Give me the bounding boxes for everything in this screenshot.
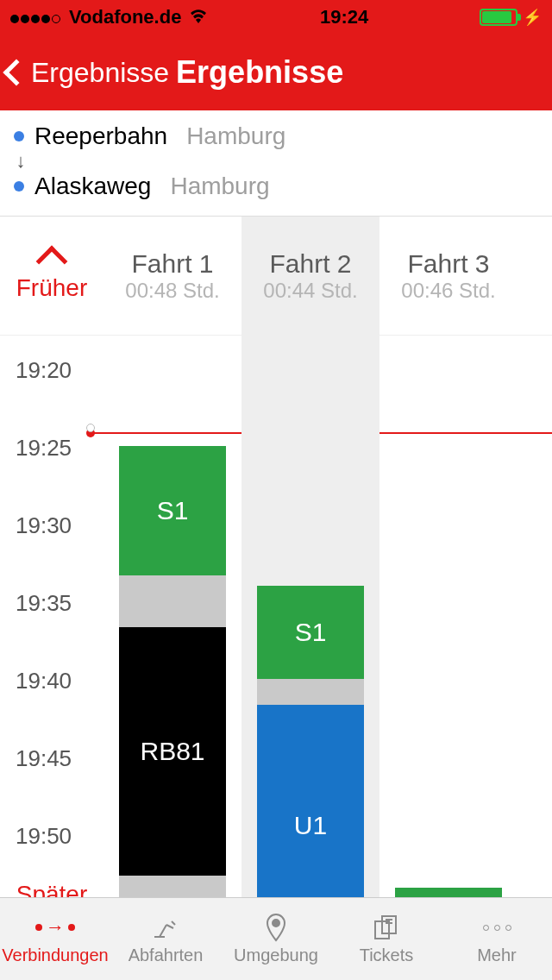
tab-connections[interactable]: → Verbindungen — [0, 898, 110, 980]
route-arrow-icon: ↓ — [10, 150, 31, 173]
chevron-left-icon — [3, 59, 29, 85]
departures-icon — [151, 913, 180, 942]
destination-bullet-icon — [14, 181, 24, 192]
trip-header-3[interactable]: Fahrt 3 00:46 Std. — [380, 217, 518, 335]
route-summary[interactable]: Reeperbahn Hamburg ↓ Alaskaweg Hamburg — [0, 110, 552, 217]
time-tick: 19:45 — [16, 745, 72, 772]
time-tick: 19:20 — [16, 357, 72, 384]
tab-surroundings[interactable]: Umgebung — [221, 898, 331, 980]
trip-duration: 00:46 Std. — [401, 279, 495, 303]
segment-rb81: RB81 — [119, 627, 226, 876]
page-title: Ergebnisse — [176, 54, 343, 91]
charging-icon: ⚡ — [523, 8, 542, 27]
tab-bar: → Verbindungen Abfahrten Umgebung Ticket… — [0, 897, 552, 980]
tab-label: Verbindungen — [2, 945, 108, 965]
more-icon — [483, 913, 511, 942]
trip-duration: 00:44 Std. — [263, 279, 357, 303]
trip-lane-1[interactable]: S1 RB81 M21 — [104, 336, 242, 939]
carrier-label: Vodafone.de — [69, 6, 181, 28]
trip-header-1[interactable]: Fahrt 1 00:48 Std. — [104, 217, 242, 335]
tickets-icon — [372, 913, 401, 942]
tab-tickets[interactable]: Tickets — [331, 898, 442, 980]
back-label: Ergebnisse — [31, 57, 169, 89]
tab-label: Umgebung — [234, 945, 318, 965]
tab-label: Tickets — [360, 945, 414, 965]
location-pin-icon — [265, 913, 287, 942]
status-time: 19:24 — [320, 6, 368, 28]
back-button[interactable]: Ergebnisse — [7, 57, 169, 89]
time-tick: 19:35 — [16, 590, 72, 617]
origin-bullet-icon — [14, 131, 24, 141]
earlier-button[interactable]: Früher — [0, 217, 104, 335]
time-tick: 19:25 — [16, 435, 72, 462]
segment-transfer — [119, 575, 226, 627]
destination-city: Hamburg — [170, 173, 269, 200]
destination-stop: Alaskaweg — [34, 173, 151, 200]
origin-stop: Reeperbahn — [34, 122, 167, 150]
segment-s1: S1 — [257, 586, 364, 679]
origin-city: Hamburg — [186, 122, 285, 150]
tab-label: Abfahrten — [129, 945, 204, 965]
trip-lane-3[interactable]: S1 — [380, 336, 518, 939]
tab-label: Mehr — [477, 945, 517, 965]
trip-title: Fahrt 1 — [131, 249, 213, 279]
svg-point-0 — [273, 920, 279, 927]
trip-title: Fahrt 3 — [407, 249, 489, 279]
tab-departures[interactable]: Abfahrten — [110, 898, 221, 980]
time-tick: 19:50 — [16, 823, 72, 850]
trip-header-2[interactable]: Fahrt 2 00:44 Std. — [242, 217, 380, 335]
nav-bar: Ergebnisse Ergebnisse — [0, 35, 552, 110]
segment-s1: S1 — [119, 446, 226, 575]
wifi-icon — [188, 6, 209, 28]
status-bar: Vodafone.de 19:24 ⚡ — [0, 0, 552, 35]
chevron-up-icon — [36, 245, 68, 277]
earlier-label: Früher — [16, 274, 87, 302]
connections-icon: → — [35, 913, 75, 942]
time-tick: 19:40 — [16, 668, 72, 694]
battery-icon — [480, 9, 518, 26]
segment-transfer — [119, 876, 226, 900]
trip-duration: 00:48 Std. — [125, 279, 219, 303]
tab-more[interactable]: Mehr — [442, 898, 552, 980]
segment-transfer — [257, 679, 364, 705]
trip-lane-2[interactable]: S1 U1 — [242, 336, 380, 939]
time-tick: 19:30 — [16, 512, 72, 539]
trip-title: Fahrt 2 — [269, 249, 351, 279]
timeline-chart[interactable]: 19:20 19:25 19:30 19:35 19:40 19:45 19:5… — [0, 336, 552, 939]
trip-headers: Früher Fahrt 1 00:48 Std. Fahrt 2 00:44 … — [0, 217, 552, 336]
signal-strength-icon — [10, 6, 62, 28]
